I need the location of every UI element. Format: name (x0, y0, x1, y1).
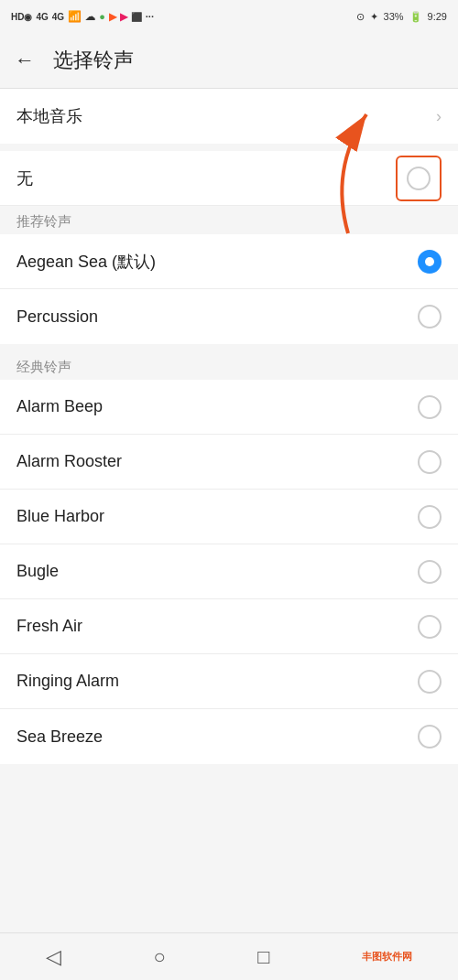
alarm-beep-label: Alarm Beep (16, 397, 103, 416)
chevron-right-icon: › (436, 107, 442, 126)
hd-icon: HD◉ (11, 12, 32, 22)
none-radio-highlighted (396, 156, 442, 201)
fresh-air-radio (418, 615, 442, 639)
sea-breeze-item[interactable]: Sea Breeze (0, 709, 458, 764)
aegean-sea-radio (418, 250, 442, 274)
ringing-alarm-label: Ringing Alarm (16, 672, 119, 691)
nav-recent-button[interactable]: □ (257, 945, 269, 969)
percussion-radio (418, 305, 442, 328)
play-icon-1: ▶ (109, 11, 116, 23)
bottom-nav: ◁ ○ □ 丰图软件网 (0, 932, 458, 980)
alarm-rooster-label: Alarm Rooster (16, 452, 122, 471)
ringing-alarm-radio (418, 670, 442, 694)
fresh-air-label: Fresh Air (16, 617, 82, 636)
recommended-label-text: 推荐铃声 (16, 213, 71, 229)
ringing-alarm-item[interactable]: Ringing Alarm (0, 654, 458, 709)
nav-back-button[interactable]: ◁ (46, 945, 61, 969)
none-label: 无 (16, 167, 33, 189)
aegean-sea-label: Aegean Sea (默认) (16, 251, 156, 273)
settings-icon: ⊙ (356, 11, 365, 23)
play-icon-2: ▶ (120, 11, 127, 23)
recommended-section: Aegean Sea (默认) Percussion (0, 234, 458, 344)
recommended-section-label: 推荐铃声 (0, 206, 458, 234)
none-radio-circle (407, 167, 431, 190)
nav-home-button[interactable]: ○ (154, 945, 166, 969)
signal-4g-1: 4G (36, 12, 48, 22)
time-display: 9:29 (428, 11, 447, 22)
page-title: 选择铃声 (53, 47, 134, 74)
bugle-item[interactable]: Bugle (0, 544, 458, 599)
alarm-rooster-item[interactable]: Alarm Rooster (0, 435, 458, 490)
watermark: 丰图软件网 (362, 950, 412, 964)
alarm-beep-item[interactable]: Alarm Beep (0, 380, 458, 435)
signal-bars: 📶 (68, 10, 82, 23)
dot-icon: ● (99, 11, 105, 22)
back-button[interactable]: ← (15, 48, 35, 72)
battery-icon: 🔋 (409, 11, 422, 23)
percussion-item[interactable]: Percussion (0, 289, 458, 344)
more-dots: ··· (146, 11, 154, 22)
aegean-sea-item[interactable]: Aegean Sea (默认) (0, 234, 458, 289)
bugle-radio (418, 560, 442, 584)
battery-text: 33% (384, 11, 404, 22)
alarm-beep-radio (418, 395, 442, 419)
sea-breeze-label: Sea Breeze (16, 727, 103, 747)
classic-section: Alarm Beep Alarm Rooster Blue Harbor Bug… (0, 380, 458, 764)
signal-4g-2: 4G (52, 12, 64, 22)
local-music-section: 本地音乐 › (0, 89, 458, 144)
bugle-label: Bugle (16, 562, 59, 581)
cloud-icon: ☁ (85, 11, 95, 23)
none-section: 无 (0, 151, 458, 206)
header: ← 选择铃声 (0, 33, 458, 88)
sea-breeze-radio (418, 725, 442, 748)
bluetooth-icon: ✦ (370, 11, 378, 23)
fresh-air-item[interactable]: Fresh Air (0, 599, 458, 654)
status-bar: HD◉ 4G 4G 📶 ☁ ● ▶ ▶ ⬛ ··· ⊙ ✦ 33% 🔋 9:29 (0, 0, 458, 33)
blue-harbor-label: Blue Harbor (16, 507, 104, 526)
blue-harbor-radio (418, 505, 442, 529)
local-music-label: 本地音乐 (16, 105, 82, 127)
alarm-rooster-radio (418, 450, 442, 474)
tiktok-icon: ⬛ (131, 12, 142, 22)
status-bar-left: HD◉ 4G 4G 📶 ☁ ● ▶ ▶ ⬛ ··· (11, 10, 154, 23)
none-item[interactable]: 无 (0, 151, 458, 206)
status-bar-right: ⊙ ✦ 33% 🔋 9:29 (356, 11, 447, 23)
blue-harbor-item[interactable]: Blue Harbor (0, 490, 458, 544)
percussion-label: Percussion (16, 307, 98, 327)
page-wrapper: HD◉ 4G 4G 📶 ☁ ● ▶ ▶ ⬛ ··· ⊙ ✦ 33% 🔋 9:29… (0, 0, 458, 764)
local-music-item[interactable]: 本地音乐 › (0, 89, 458, 144)
classic-label-text: 经典铃声 (16, 359, 71, 374)
classic-section-label: 经典铃声 (0, 351, 458, 380)
